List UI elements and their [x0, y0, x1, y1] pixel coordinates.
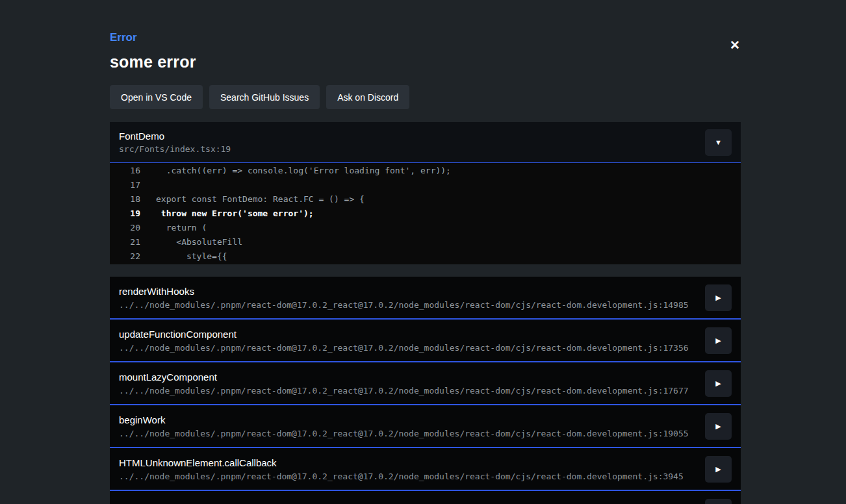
line-number: 21 [110, 235, 140, 249]
ask-on-discord-button[interactable]: Ask on Discord [326, 85, 409, 109]
code-frame-header: FontDemo src/Fonts/index.tsx:19 ▼ [110, 122, 741, 163]
code-text: throw new Error('some error'); [156, 207, 314, 221]
code-text: .catch((err) => console.log('Error loadi… [156, 164, 451, 178]
stack-frame-meta: updateFunctionComponent ../../node_modul… [119, 329, 689, 353]
expand-frame-button[interactable]: ▶ [705, 499, 732, 504]
frame-source-path: ../../node_modules/.pnpm/react-dom@17.0.… [119, 472, 684, 481]
expand-frame-button[interactable]: ▶ [705, 456, 732, 483]
play-icon: ▶ [715, 465, 721, 473]
code-text: style={{ [156, 249, 227, 264]
code-line: 16 .catch((err) => console.log('Error lo… [110, 164, 741, 178]
play-icon: ▶ [715, 422, 721, 431]
stack-frame-row: updateFunctionComponent ../../node_modul… [110, 320, 741, 362]
code-line-highlighted: 19 throw new Error('some error'); [110, 207, 741, 221]
expand-frame-button[interactable]: ▶ [705, 284, 732, 311]
open-vscode-button[interactable]: Open in VS Code [110, 85, 203, 109]
play-icon: ▶ [715, 379, 721, 388]
code-snippet: 16 .catch((err) => console.log('Error lo… [110, 163, 741, 264]
stack-frame-row: beginWork ../../node_modules/.pnpm/react… [110, 405, 741, 448]
line-number: 22 [110, 249, 140, 264]
code-text: return ( [156, 221, 207, 235]
collapse-frame-button[interactable]: ▼ [705, 129, 732, 156]
expand-frame-button[interactable]: ▶ [705, 327, 732, 354]
stack-frame-row: mountLazyComponent ../../node_modules/.p… [110, 362, 741, 405]
stack-frame-row: renderWithHooks ../../node_modules/.pnpm… [110, 277, 741, 320]
frame-source-path: ../../node_modules/.pnpm/react-dom@17.0.… [119, 300, 689, 310]
code-line: 20 return ( [110, 221, 741, 235]
frame-function-name: mountLazyComponent [119, 372, 689, 383]
stack-trace: renderWithHooks ../../node_modules/.pnpm… [110, 277, 741, 504]
line-number: 18 [110, 192, 140, 207]
frame-function-name: renderWithHooks [119, 286, 689, 297]
code-frame-meta: FontDemo src/Fonts/index.tsx:19 [119, 131, 231, 154]
error-kind-label: Error [110, 31, 741, 44]
line-number: 19 [110, 207, 140, 221]
stack-frame-row-partial: ▶ [110, 491, 741, 504]
error-overlay: Error some error Open in VS Code Search … [110, 0, 741, 504]
frame-source-path: ../../node_modules/.pnpm/react-dom@17.0.… [119, 343, 689, 353]
line-number: 20 [110, 221, 140, 235]
stack-frame-meta: beginWork ../../node_modules/.pnpm/react… [119, 414, 689, 438]
code-text: <AbsoluteFill [156, 235, 242, 249]
stack-frame-meta: mountLazyComponent ../../node_modules/.p… [119, 372, 689, 396]
stack-frame-meta: HTMLUnknownElement.callCallback ../../no… [119, 457, 684, 481]
frame-source-path: ../../node_modules/.pnpm/react-dom@17.0.… [119, 429, 689, 438]
frame-source-path: ../../node_modules/.pnpm/react-dom@17.0.… [119, 386, 689, 396]
chevron-down-icon: ▼ [715, 138, 722, 146]
frame-function-name: updateFunctionComponent [119, 329, 689, 340]
stack-frame-meta: renderWithHooks ../../node_modules/.pnpm… [119, 286, 689, 310]
code-line: 17 [110, 178, 741, 192]
play-icon: ▶ [715, 294, 721, 302]
stack-frame-row: HTMLUnknownElement.callCallback ../../no… [110, 448, 741, 491]
search-github-issues-button[interactable]: Search GitHub Issues [209, 85, 320, 109]
code-line: 18 export const FontDemo: React.FC = () … [110, 192, 741, 207]
code-line: 21 <AbsoluteFill [110, 235, 741, 249]
expand-frame-button[interactable]: ▶ [705, 413, 732, 440]
error-message: some error [110, 53, 741, 71]
play-icon: ▶ [715, 336, 721, 345]
code-line: 22 style={{ [110, 249, 741, 264]
frame-function-name: HTMLUnknownElement.callCallback [119, 457, 684, 468]
frame-function-name: FontDemo [119, 131, 231, 142]
code-frame-panel: FontDemo src/Fonts/index.tsx:19 ▼ 16 .ca… [110, 122, 741, 264]
expand-frame-button[interactable]: ▶ [705, 370, 732, 397]
line-number: 16 [110, 164, 140, 178]
action-buttons: Open in VS Code Search GitHub Issues Ask… [110, 85, 741, 109]
frame-source-location: src/Fonts/index.tsx:19 [119, 144, 231, 154]
frame-function-name: beginWork [119, 414, 689, 425]
line-number: 17 [110, 178, 140, 192]
code-text: export const FontDemo: React.FC = () => … [156, 192, 365, 207]
